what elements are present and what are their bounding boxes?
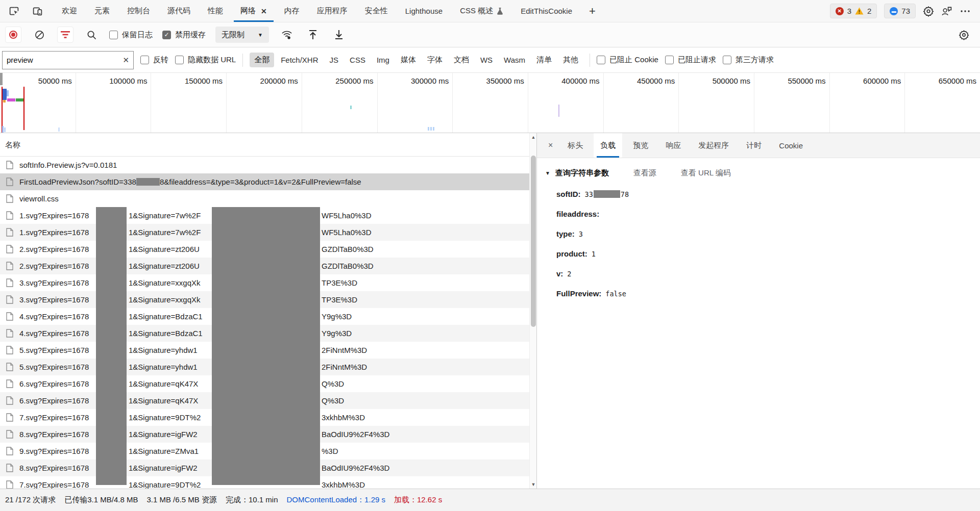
detail-tab-负载[interactable]: 负载 — [594, 133, 622, 158]
detail-tab-预览[interactable]: 预览 — [626, 133, 655, 158]
throttling-select[interactable]: 无限制 ▼ — [215, 27, 269, 43]
param-key: product: — [556, 249, 587, 258]
request-url-part: 1.svg?Expires=1678 — [19, 224, 89, 241]
request-url-part: 1&Signature=igFW2 — [129, 426, 198, 443]
invert-checkbox[interactable]: 反转 — [140, 55, 168, 65]
file-icon — [6, 413, 13, 422]
scrollbar-thumb[interactable] — [531, 156, 536, 327]
request-url-part: Y9g%3D — [322, 308, 352, 325]
clear-filter-icon[interactable]: ✕ — [122, 56, 129, 65]
inspect-element-icon[interactable] — [8, 6, 19, 17]
tabbar-right-controls: ✕ 3 2 ▬ 73 — [830, 4, 980, 18]
tab-元素[interactable]: 元素 — [86, 0, 118, 22]
filter-toggle-button[interactable] — [57, 27, 74, 43]
console-issues-badge[interactable]: ✕ 3 2 — [830, 4, 877, 18]
request-url-part: Q%3D — [322, 392, 344, 409]
more-tabs-button[interactable]: + — [581, 5, 604, 18]
request-url-part: 5.svg?Expires=1678 — [19, 359, 89, 375]
filter-type-清单[interactable]: 清单 — [532, 53, 556, 67]
tab-安全性[interactable]: 安全性 — [356, 0, 397, 22]
blocked-requests-checkbox[interactable]: 已阻止请求 — [665, 55, 716, 65]
tab-CSS 概述[interactable]: CSS 概述 — [451, 0, 512, 22]
tab-EditThisCookie[interactable]: EditThisCookie — [512, 0, 581, 22]
detail-tab-计时[interactable]: 计时 — [740, 133, 768, 158]
tab-欢迎[interactable]: 欢迎 — [53, 0, 86, 22]
filter-type-Img[interactable]: Img — [372, 53, 394, 67]
divider — [590, 54, 590, 67]
search-button[interactable] — [83, 27, 100, 43]
name-column-header[interactable]: 名称 — [0, 133, 536, 157]
filter-type-Fetch/XHR[interactable]: Fetch/XHR — [276, 53, 323, 67]
filter-type-JS[interactable]: JS — [325, 53, 344, 67]
device-toolbar-icon[interactable] — [32, 6, 43, 17]
request-row[interactable]: FirstLoadPreviewJson?softID=3388&fileadd… — [0, 173, 536, 190]
export-har-button[interactable] — [331, 27, 347, 43]
tab-Lighthouse[interactable]: Lighthouse — [397, 0, 451, 22]
tab-控制台[interactable]: 控制台 — [118, 0, 159, 22]
request-url-part: 5.svg?Expires=1678 — [19, 342, 89, 359]
message-count: 73 — [901, 7, 910, 15]
query-param-row: softID:3378 — [537, 184, 980, 204]
waterfall-mark — [23, 87, 24, 130]
more-options-icon[interactable] — [960, 6, 971, 17]
close-details-icon[interactable]: × — [544, 133, 557, 158]
close-tab-icon[interactable]: ✕ — [261, 7, 267, 15]
param-key: v: — [556, 269, 563, 278]
tab-源代码[interactable]: 源代码 — [159, 0, 199, 22]
filter-type-CSS[interactable]: CSS — [345, 53, 370, 67]
preserve-log-label: 保留日志 — [122, 30, 153, 40]
detail-tab-发起程序[interactable]: 发起程序 — [692, 133, 736, 158]
filter-type-其他[interactable]: 其他 — [558, 53, 583, 67]
filter-type-媒体[interactable]: 媒体 — [396, 53, 421, 67]
settings-gear-icon[interactable] — [923, 6, 934, 17]
network-conditions-button[interactable] — [279, 27, 295, 43]
blocked-requests-label: 已阻止请求 — [678, 55, 716, 65]
file-icon — [6, 161, 13, 169]
filter-type-全部[interactable]: 全部 — [250, 53, 274, 67]
filter-type-文档[interactable]: 文档 — [449, 53, 474, 67]
waterfall-mark — [3, 89, 7, 100]
request-details-pane: × 标头负载预览响应发起程序计时Cookie ▼ 查询字符串参数 查看源 查看 … — [536, 133, 980, 489]
blocked-cookies-checkbox[interactable]: 已阻止 Cookie — [597, 55, 658, 65]
request-url-part: 1&Signature=xxgqXk — [129, 274, 201, 291]
filter-type-WS[interactable]: WS — [476, 53, 497, 67]
request-row[interactable]: softInfo.Preview.js?v=0.0181 — [0, 157, 536, 173]
filter-input[interactable] — [3, 56, 115, 64]
request-row[interactable]: viewroll.css — [0, 190, 536, 207]
request-url-part: 4.svg?Expires=1678 — [19, 308, 89, 325]
query-params-toggle[interactable]: ▼ 查询字符串参数 — [545, 168, 609, 178]
network-overview-timeline[interactable]: 50000 ms100000 ms150000 ms200000 ms25000… — [0, 73, 980, 133]
detail-tab-Cookie[interactable]: Cookie — [772, 133, 810, 158]
clear-network-log-button[interactable] — [31, 27, 47, 43]
feedback-icon[interactable] — [941, 6, 952, 17]
scroll-down-icon[interactable]: ▼ — [530, 482, 536, 487]
preserve-log-checkbox[interactable]: 保留日志 — [109, 30, 153, 40]
import-har-button[interactable] — [305, 27, 321, 43]
disable-cache-checkbox[interactable]: ✓ 禁用缓存 — [162, 30, 206, 40]
tab-网络[interactable]: 网络✕ — [232, 0, 276, 22]
detail-tab-响应[interactable]: 响应 — [659, 133, 688, 158]
filter-type-Wasm[interactable]: Wasm — [499, 53, 530, 67]
record-network-log-button[interactable] — [5, 27, 21, 43]
third-party-requests-checkbox[interactable]: 第三方请求 — [723, 55, 774, 65]
hide-data-url-checkbox[interactable]: 隐藏数据 URL — [175, 55, 236, 65]
request-url-part: 1.svg?Expires=1678 — [19, 207, 89, 224]
scroll-up-icon[interactable]: ▲ — [530, 135, 536, 140]
requests-table-pane: 名称 softInfo.Preview.js?v=0.0181FirstLoad… — [0, 133, 536, 489]
detail-tab-标头[interactable]: 标头 — [561, 133, 590, 158]
view-source-link[interactable]: 查看源 — [633, 168, 656, 178]
tab-性能[interactable]: 性能 — [199, 0, 232, 22]
third-party-requests-label: 第三方请求 — [736, 55, 774, 65]
timeline-tick-label: 650000 ms — [939, 76, 976, 85]
flask-icon — [497, 7, 503, 15]
network-settings-gear-icon[interactable] — [955, 27, 972, 43]
table-scrollbar[interactable]: ▲ ▼ — [529, 133, 536, 489]
timeline-tick-label: 300000 ms — [411, 76, 449, 85]
messages-badge[interactable]: ▬ 73 — [884, 4, 916, 18]
view-url-encoded-link[interactable]: 查看 URL 编码 — [681, 168, 731, 178]
filter-type-字体[interactable]: 字体 — [423, 53, 447, 67]
tab-内存[interactable]: 内存 — [276, 0, 308, 22]
timeline-gridline — [754, 73, 754, 133]
tab-应用程序[interactable]: 应用程序 — [308, 0, 356, 22]
waterfall-mark — [3, 100, 6, 103]
